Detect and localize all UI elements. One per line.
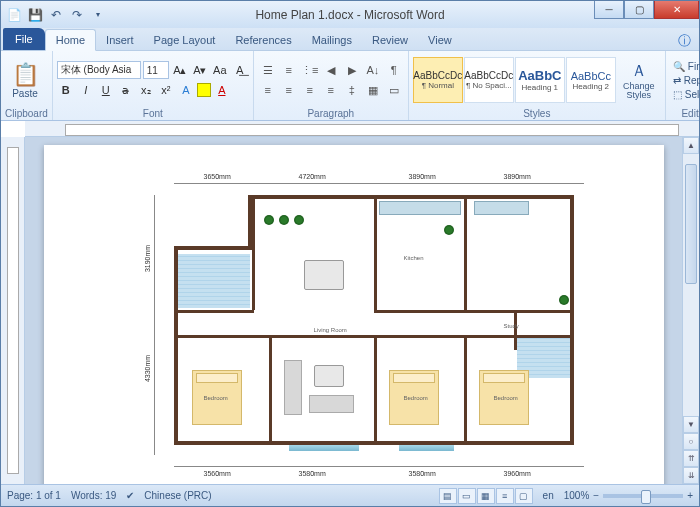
style-no-spacing[interactable]: AaBbCcDc ¶ No Spaci... <box>464 57 514 103</box>
outline-view[interactable]: ≡ <box>496 488 514 504</box>
dim-left-1: 3190mm <box>144 245 151 272</box>
justify-button[interactable]: ≡ <box>321 81 341 99</box>
group-clipboard-label: Clipboard <box>5 107 48 120</box>
line-spacing-button[interactable]: ‡ <box>342 81 362 99</box>
minimize-button[interactable]: ─ <box>594 1 624 19</box>
shrink-font-button[interactable]: A▾ <box>191 61 209 79</box>
subscript-button[interactable]: x₂ <box>137 81 155 99</box>
ruler-horizontal[interactable] <box>25 121 699 137</box>
paste-icon: 📋 <box>12 62 39 88</box>
sort-button[interactable]: A↓ <box>363 61 383 79</box>
dim-top-2: 4720mm <box>299 173 326 180</box>
tab-insert[interactable]: Insert <box>96 30 144 50</box>
find-icon: 🔍 <box>673 61 685 72</box>
room-label: Bedroom <box>204 395 228 401</box>
dimline-left <box>154 195 155 455</box>
borders-button[interactable]: ▭ <box>384 81 404 99</box>
zoom-level[interactable]: 100% <box>564 490 590 501</box>
replace-button[interactable]: ⇄Replace <box>670 74 700 87</box>
redo-icon[interactable]: ↷ <box>68 6 86 24</box>
page-indicator[interactable]: Page: 1 of 1 <box>7 490 61 501</box>
style-normal[interactable]: AaBbCcDc ¶ Normal <box>413 57 463 103</box>
tab-home[interactable]: Home <box>45 29 96 51</box>
balcony-1 <box>289 445 359 451</box>
close-button[interactable]: ✕ <box>654 1 699 19</box>
style-heading2[interactable]: AaBbCc Heading 2 <box>566 57 616 103</box>
dim-top-3: 3890mm <box>409 173 436 180</box>
numbering-button[interactable]: ≡ <box>279 61 299 79</box>
underline-button[interactable]: U <box>97 81 115 99</box>
change-case-button[interactable]: Aa <box>211 61 229 79</box>
group-font: 宋体 (Body Asia 11 A▴ A▾ Aa A͟ B I U a̶ x₂… <box>53 51 254 120</box>
align-left-button[interactable]: ≡ <box>258 81 278 99</box>
select-button[interactable]: ⬚Select ▾ <box>670 88 700 101</box>
group-styles: AaBbCcDc ¶ Normal AaBbCcDc ¶ No Spaci...… <box>409 51 666 120</box>
zoom-out-button[interactable]: − <box>593 490 599 501</box>
font-size-combo[interactable]: 11 <box>143 61 169 79</box>
web-view[interactable]: ▦ <box>477 488 495 504</box>
qat-dropdown-icon[interactable]: ▾ <box>89 6 107 24</box>
increase-indent-button[interactable]: ▶ <box>342 61 362 79</box>
tab-references[interactable]: References <box>225 30 301 50</box>
group-clipboard: 📋 Paste Clipboard <box>1 51 53 120</box>
bullets-button[interactable]: ☰ <box>258 61 278 79</box>
tab-review[interactable]: Review <box>362 30 418 50</box>
zoom-in-button[interactable]: + <box>687 490 693 501</box>
proofing-icon[interactable]: ✔ <box>126 490 134 501</box>
align-center-button[interactable]: ≡ <box>279 81 299 99</box>
find-button[interactable]: 🔍Find ▾ <box>670 60 700 73</box>
bold-button[interactable]: B <box>57 81 75 99</box>
tab-page-layout[interactable]: Page Layout <box>144 30 226 50</box>
save-icon[interactable]: 💾 <box>26 6 44 24</box>
plant-icon <box>264 215 274 225</box>
draft-view[interactable]: ▢ <box>515 488 533 504</box>
shading-button[interactable]: ▦ <box>363 81 383 99</box>
walls: Bedroom Living Room Bedroom Bedroom Kitc… <box>174 195 574 445</box>
tab-mailings[interactable]: Mailings <box>302 30 362 50</box>
scroll-up-button[interactable]: ▲ <box>683 137 699 154</box>
dim-bot-4: 3960mm <box>504 470 531 477</box>
dimline-top <box>174 183 584 184</box>
browse-object-button[interactable]: ○ <box>683 433 699 450</box>
dining-table <box>304 260 344 290</box>
print-layout-view[interactable]: ▤ <box>439 488 457 504</box>
superscript-button[interactable]: x² <box>157 81 175 99</box>
dim-top-4: 3890mm <box>504 173 531 180</box>
next-page-button[interactable]: ⇊ <box>683 467 699 484</box>
reading-view[interactable]: ▭ <box>458 488 476 504</box>
word-count[interactable]: Words: 19 <box>71 490 116 501</box>
align-right-button[interactable]: ≡ <box>300 81 320 99</box>
tab-view[interactable]: View <box>418 30 462 50</box>
help-icon[interactable]: ⓘ <box>670 32 699 50</box>
style-heading1[interactable]: AaBbC Heading 1 <box>515 57 565 103</box>
grow-font-button[interactable]: A▴ <box>171 61 189 79</box>
show-marks-button[interactable]: ¶ <box>384 61 404 79</box>
ruler-vertical[interactable] <box>1 137 25 484</box>
study-desk <box>474 201 529 215</box>
language-indicator[interactable]: Chinese (PRC) <box>144 490 211 501</box>
document-area[interactable]: 3650mm 4720mm 3890mm 3890mm 3560mm 3580m… <box>25 137 682 484</box>
coffee-table <box>314 365 344 387</box>
font-color-button[interactable]: A <box>213 81 231 99</box>
text-effects-button[interactable]: A <box>177 81 195 99</box>
zoom-slider[interactable] <box>603 494 683 498</box>
clear-format-button[interactable]: A͟ <box>231 61 249 79</box>
multilevel-button[interactable]: ⋮≡ <box>300 61 320 79</box>
strike-button[interactable]: a̶ <box>117 81 135 99</box>
font-family-combo[interactable]: 宋体 (Body Asia <box>57 61 141 79</box>
paste-button[interactable]: 📋 Paste <box>5 53 45 107</box>
decrease-indent-button[interactable]: ◀ <box>321 61 341 79</box>
scroll-thumb[interactable] <box>685 164 697 284</box>
file-tab[interactable]: File <box>3 28 45 50</box>
floorplan-drawing: 3650mm 4720mm 3890mm 3890mm 3560mm 3580m… <box>164 175 594 475</box>
view-buttons: ▤ ▭ ▦ ≡ ▢ <box>439 488 533 504</box>
scrollbar-vertical[interactable]: ▲ ▼ ○ ⇈ ⇊ <box>682 137 699 484</box>
titlebar: 📄 💾 ↶ ↷ ▾ Home Plan 1.docx - Microsoft W… <box>1 1 699 28</box>
change-styles-button[interactable]: Ａ Change Styles <box>617 53 661 107</box>
scroll-down-button[interactable]: ▼ <box>683 416 699 433</box>
highlight-button[interactable] <box>197 83 211 97</box>
italic-button[interactable]: I <box>77 81 95 99</box>
maximize-button[interactable]: ▢ <box>624 1 654 19</box>
prev-page-button[interactable]: ⇈ <box>683 450 699 467</box>
undo-icon[interactable]: ↶ <box>47 6 65 24</box>
